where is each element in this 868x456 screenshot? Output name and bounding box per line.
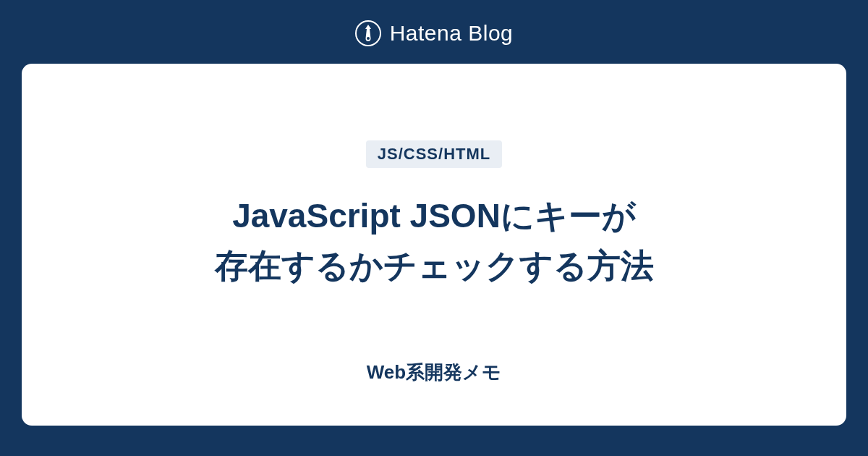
hatena-logo-icon [355,20,381,46]
svg-point-1 [367,37,370,40]
article-card: JS/CSS/HTML JavaScript JSONにキーが存在するかチェック… [22,64,846,426]
category-badge: JS/CSS/HTML [366,140,502,168]
blog-name: Web系開発メモ [367,360,501,385]
brand-text: Hatena Blog [390,21,514,46]
article-title: JavaScript JSONにキーが存在するかチェックする方法 [215,191,654,291]
header: Hatena Blog [355,0,514,64]
